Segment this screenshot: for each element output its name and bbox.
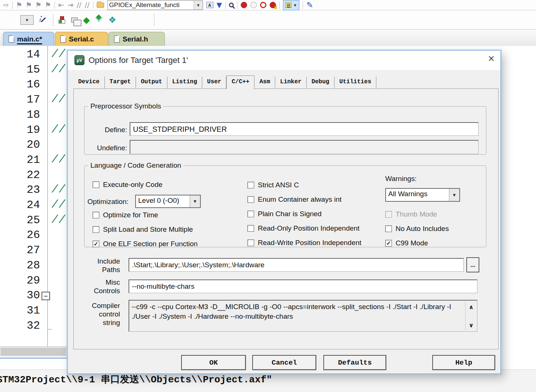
bookmarks-window-toggle[interactable]: ▼ bbox=[283, 0, 299, 10]
line-number: 24 bbox=[14, 199, 40, 211]
undefine-input[interactable] bbox=[130, 140, 479, 154]
tab-cc[interactable]: C/C++ bbox=[226, 76, 254, 89]
checkbox-box[interactable] bbox=[385, 211, 392, 218]
tab-utilities[interactable]: Utilities bbox=[334, 77, 376, 89]
checkbox-one-elf-section-per-function[interactable]: ✓One ELF Section per Function bbox=[93, 240, 198, 248]
toggle-bookmark-icon[interactable]: ⚑ bbox=[16, 1, 22, 9]
checkbox-box[interactable] bbox=[247, 182, 254, 188]
line-number: 18 bbox=[14, 108, 40, 121]
configure-target-wand-icon[interactable] bbox=[41, 17, 46, 22]
scroll-up-icon[interactable]: ∧ bbox=[467, 302, 476, 312]
checkbox-strict-ansi-c[interactable]: Strict ANSI C bbox=[247, 181, 299, 189]
editor-tab-mainc[interactable]: main.c* bbox=[3, 32, 54, 46]
editor-tab-Serialh[interactable]: Serial.h bbox=[109, 32, 165, 46]
checkbox-box[interactable] bbox=[247, 225, 254, 232]
tab-output[interactable]: Output bbox=[136, 77, 167, 89]
define-input[interactable]: USE_STDPERIPH_DRIVER bbox=[130, 122, 479, 136]
comment-selection-icon[interactable]: ∕∕ bbox=[77, 1, 81, 9]
checkbox-box[interactable] bbox=[93, 226, 99, 233]
checkbox-box[interactable] bbox=[93, 181, 99, 188]
tab-asm[interactable]: Asm bbox=[254, 77, 275, 89]
dialog-title-bar[interactable]: µV Options for Target 'Target 1' × bbox=[68, 51, 500, 70]
ok-button[interactable]: OK bbox=[181, 355, 246, 370]
checkbox-box[interactable]: ✓ bbox=[385, 240, 392, 247]
chevron-down-icon[interactable]: ▼ bbox=[194, 1, 203, 10]
chevron-down-icon[interactable]: ▼ bbox=[21, 16, 33, 24]
search-icon[interactable] bbox=[229, 3, 234, 7]
include-paths-input[interactable]: .\Start;.\Library;.\User;.\System;.\Hard… bbox=[129, 258, 464, 272]
comment-token: // bbox=[51, 124, 66, 136]
checkbox-thumb-mode[interactable]: Thumb Mode bbox=[385, 210, 437, 218]
checkbox-box[interactable]: ✓ bbox=[93, 241, 99, 247]
close-icon[interactable]: × bbox=[488, 53, 495, 64]
fold-collapse-icon[interactable]: − bbox=[41, 292, 50, 300]
find-in-files-icon[interactable]: A bbox=[206, 2, 213, 8]
editor-tab-Serialc[interactable]: Serial.c bbox=[55, 32, 108, 46]
checkbox-box[interactable] bbox=[385, 225, 392, 232]
tab-target[interactable]: Target bbox=[105, 77, 136, 89]
misc-controls-input[interactable]: --no-multibyte-chars bbox=[129, 279, 477, 293]
checkbox-plain-char-is-signed[interactable]: Plain Char is Signed bbox=[247, 210, 322, 218]
checkbox-enum-container-always-int[interactable]: Enum Container always int bbox=[247, 195, 342, 204]
checkbox-read-write-position-independent[interactable]: Read-Write Position Independent bbox=[247, 239, 362, 247]
edit-pen-icon[interactable]: ✎ bbox=[306, 1, 313, 9]
checkbox-optimize-for-time[interactable]: Optimize for Time bbox=[93, 211, 158, 219]
disable-all-breakpoints-icon[interactable] bbox=[260, 2, 266, 8]
checkbox-box[interactable] bbox=[247, 211, 254, 217]
unindent-icon[interactable]: ⇤ bbox=[58, 1, 64, 9]
checkbox-no-auto-includes[interactable]: No Auto Includes bbox=[385, 225, 449, 233]
translate-file-icon[interactable] bbox=[71, 17, 78, 23]
checkbox-box[interactable] bbox=[247, 239, 254, 246]
chevron-down-icon[interactable]: ▼ bbox=[293, 3, 297, 7]
defaults-button[interactable]: Defaults bbox=[323, 355, 386, 370]
insert-breakpoint-icon[interactable] bbox=[241, 2, 247, 8]
uncomment-selection-icon[interactable]: ∕∕ bbox=[85, 1, 90, 9]
checkbox-execute-only-code[interactable]: Execute-only Code bbox=[93, 181, 163, 189]
checkbox-read-only-position-independent[interactable]: Read-Only Position Independent bbox=[247, 224, 360, 232]
tab-linker[interactable]: Linker bbox=[275, 77, 307, 89]
options-for-target-dialog: µV Options for Target 'Target 1' × Devic… bbox=[67, 50, 501, 374]
optimization-dropdown[interactable]: Level 0 (-O0) ▼ bbox=[135, 195, 201, 208]
compiler-control-string-box[interactable]: --c99 -c --cpu Cortex-M3 -D__MICROLIB -g… bbox=[129, 300, 477, 332]
next-bookmark-icon[interactable]: ⚑ bbox=[35, 1, 41, 9]
enable-breakpoint-icon[interactable] bbox=[250, 2, 257, 8]
compiler-control-string-label: Compiler control string bbox=[83, 302, 120, 327]
language-code-generation-group: Language / Code Generation Optimization:… bbox=[84, 161, 486, 247]
open-folder-icon[interactable] bbox=[97, 3, 104, 8]
warnings-dropdown[interactable]: All Warnings ▼ bbox=[385, 188, 460, 202]
batch-build-icon[interactable]: ❖ bbox=[108, 16, 116, 24]
checkbox-box[interactable] bbox=[93, 212, 99, 218]
toolbar-separator bbox=[54, 1, 55, 9]
select-target-dropdown[interactable]: ▼ bbox=[20, 15, 34, 25]
scrollbar-thumb[interactable] bbox=[1, 348, 66, 356]
rebuild-all-icon[interactable] bbox=[95, 17, 103, 23]
download-to-flash-icon[interactable] bbox=[59, 16, 66, 24]
incremental-find-icon[interactable]: ▼ bbox=[217, 1, 222, 9]
tab-user[interactable]: User bbox=[202, 77, 226, 89]
tab-debug[interactable]: Debug bbox=[307, 77, 334, 89]
build-icon[interactable]: ◆ bbox=[83, 16, 90, 24]
kill-all-breakpoints-icon[interactable] bbox=[270, 2, 276, 8]
warnings-value: All Warnings bbox=[386, 189, 449, 201]
checkbox-c99-mode[interactable]: ✓C99 Mode bbox=[385, 239, 428, 247]
help-button[interactable]: Help bbox=[432, 355, 495, 370]
checkbox-box[interactable] bbox=[247, 196, 254, 203]
navigate-forward-icon[interactable]: ⇨ bbox=[3, 1, 9, 9]
checkbox-label: No Auto Includes bbox=[396, 225, 449, 233]
checkbox-label: Enum Container always int bbox=[258, 195, 342, 204]
tab-listing[interactable]: Listing bbox=[167, 77, 202, 89]
checkbox-label: Read-Write Position Independent bbox=[258, 239, 362, 247]
prev-bookmark-icon[interactable]: ⚑ bbox=[26, 1, 32, 9]
current-symbol-dropdown[interactable]: GPIOEx_Alternate_functi ▼ bbox=[107, 0, 203, 10]
clear-bookmarks-icon[interactable]: ⚑ bbox=[45, 1, 51, 9]
comment-token: // bbox=[51, 154, 66, 166]
chevron-down-icon[interactable]: ▼ bbox=[190, 195, 200, 207]
cancel-button[interactable]: Cancel bbox=[252, 355, 316, 370]
horizontal-scrollbar[interactable] bbox=[0, 346, 67, 356]
scroll-down-icon[interactable]: ∨ bbox=[467, 320, 476, 330]
tab-device[interactable]: Device bbox=[73, 77, 105, 89]
browse-include-paths-button[interactable]: ... bbox=[466, 257, 479, 272]
checkbox-split-load-and-store-multiple[interactable]: Split Load and Store Multiple bbox=[93, 225, 193, 234]
indent-icon[interactable]: ⇥ bbox=[67, 1, 73, 9]
chevron-down-icon[interactable]: ▼ bbox=[449, 189, 459, 201]
